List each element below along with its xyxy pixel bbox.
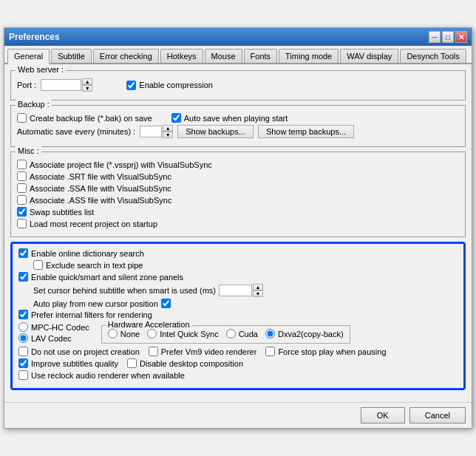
create-backup-label[interactable]: Create backup file (*.bak) on save <box>17 113 152 123</box>
auto-save-label[interactable]: Auto save when playing start <box>171 113 288 123</box>
show-backups-button[interactable]: Show backups... <box>177 125 254 138</box>
assoc-srt-label[interactable]: Associate .SRT file with VisualSubSync <box>17 171 171 181</box>
tab-hotkeys[interactable]: Hotkeys <box>160 49 203 63</box>
minutes-up-button[interactable]: ▲ <box>163 125 173 132</box>
force-stop-label[interactable]: Force stop play when pausing <box>265 347 386 356</box>
port-spin-buttons: ▲ ▼ <box>82 78 92 92</box>
highlight-section: Enable online dictionary search Exclude … <box>10 242 466 390</box>
port-spin-group: 8080 ▲ ▼ <box>41 78 92 92</box>
force-stop-checkbox[interactable] <box>265 347 275 356</box>
prefer-vm9-label[interactable]: Prefer Vm9 video renderer <box>149 347 257 356</box>
assoc-vssprj-label[interactable]: Associate project file (*.vssprj) with V… <box>17 160 212 169</box>
assoc-ass-checkbox[interactable] <box>17 195 27 205</box>
minimize-button[interactable]: ─ <box>429 31 441 43</box>
enable-compression-checkbox[interactable] <box>126 81 136 90</box>
hardware-label: Hardware Acceleration <box>106 320 191 329</box>
cursor-ms-down[interactable]: ▼ <box>253 290 263 297</box>
show-temp-backups-button[interactable]: Show temp backups... <box>258 125 354 138</box>
lav-codec-radio[interactable] <box>18 333 28 343</box>
misc-label: Misc : <box>16 146 41 155</box>
use-reclock-label[interactable]: Use reclock audio renderer when availabl… <box>18 370 185 380</box>
mpc-hc-radio[interactable] <box>18 322 28 332</box>
do-not-use-label[interactable]: Do not use on project creation <box>18 347 140 356</box>
content-area: Web server : Port : 8080 ▲ ▼ Enable comp… <box>4 64 472 399</box>
none-radio-label[interactable]: None <box>108 329 140 338</box>
ok-button[interactable]: OK <box>361 407 405 423</box>
minutes-input[interactable]: 5 <box>140 126 162 137</box>
enable-online-dict-checkbox[interactable] <box>18 248 28 258</box>
tab-fonts[interactable]: Fonts <box>244 49 278 63</box>
enable-online-dict-label[interactable]: Enable online dictionary search <box>18 248 144 258</box>
improve-subtitles-checkbox[interactable] <box>18 358 28 368</box>
window-title: Preferences <box>9 32 60 42</box>
maximize-button[interactable]: □ <box>442 31 454 43</box>
auto-play-checkbox[interactable] <box>161 299 171 308</box>
assoc-ass-label[interactable]: Associate .ASS file with VisualSubSync <box>17 195 171 205</box>
cancel-button[interactable]: Cancel <box>409 407 466 423</box>
tab-bar: General Subtitle Error checking Hotkeys … <box>4 46 472 64</box>
dxva2-label[interactable]: Dxva2(copy-back) <box>265 329 344 338</box>
auto-play-row: Auto play from new cursor position <box>33 299 458 308</box>
swap-subtitles-label[interactable]: Swap subtitles list <box>17 207 94 217</box>
port-input[interactable]: 8080 <box>41 79 81 91</box>
port-up-button[interactable]: ▲ <box>82 78 92 85</box>
minutes-spin-group: 5 ▲ ▼ <box>140 125 173 138</box>
intel-quick-sync-label[interactable]: Intel Quick Sync <box>147 329 218 338</box>
enable-compression-label[interactable]: Enable compression <box>126 81 213 90</box>
preferences-window: Preferences ─ □ ✕ General Subtitle Error… <box>4 27 472 429</box>
tab-general[interactable]: General <box>7 49 50 64</box>
exclude-search-row: Exclude search in text pipe <box>33 260 458 270</box>
mpc-hc-codec-label[interactable]: MPC-HC Codec <box>18 322 89 332</box>
prefer-internal-label[interactable]: Prefer internal filters for rendering <box>18 310 152 319</box>
exclude-search-label[interactable]: Exclude search in text pipe <box>33 260 143 270</box>
load-recent-label[interactable]: Load most recent project on startup <box>17 219 157 228</box>
intel-quick-sync-radio[interactable] <box>147 329 157 338</box>
disable-desktop-label[interactable]: Disable desktop composition <box>127 358 243 368</box>
assoc-srt-checkbox[interactable] <box>17 171 27 181</box>
cuda-radio[interactable] <box>226 329 236 338</box>
enable-quick-row: Enable quick/smart and silent zone panel… <box>18 272 458 282</box>
lav-codec-label[interactable]: LAV Codec <box>18 333 89 343</box>
exclude-search-checkbox[interactable] <box>33 260 43 270</box>
disable-desktop-checkbox[interactable] <box>127 358 137 368</box>
tab-error-checking[interactable]: Error checking <box>93 49 159 63</box>
swap-subtitles-checkbox[interactable] <box>17 207 27 217</box>
minutes-down-button[interactable]: ▼ <box>163 132 173 138</box>
backup-group: Backup : Create backup file (*.bak) on s… <box>10 105 466 147</box>
list-item: Associate .SSA file with VisualSubSync <box>17 183 459 193</box>
port-down-button[interactable]: ▼ <box>82 85 92 92</box>
title-bar-buttons: ─ □ ✕ <box>429 31 467 43</box>
use-reclock-checkbox[interactable] <box>18 370 28 380</box>
tab-mouse[interactable]: Mouse <box>205 49 242 63</box>
create-backup-checkbox[interactable] <box>17 113 27 123</box>
do-not-use-checkbox[interactable] <box>18 347 28 356</box>
none-radio[interactable] <box>108 329 118 338</box>
tab-timing-mode[interactable]: Timing mode <box>279 49 339 63</box>
enable-quick-label[interactable]: Enable quick/smart and silent zone panel… <box>18 272 183 282</box>
enable-online-dict-row: Enable online dictionary search <box>18 248 458 258</box>
assoc-ssa-checkbox[interactable] <box>17 183 27 193</box>
enable-quick-checkbox[interactable] <box>18 272 28 282</box>
cursor-ms-spin: 1,200 ▲ ▼ <box>219 284 263 297</box>
tab-desynch-tools[interactable]: Desynch Tools <box>400 49 466 63</box>
set-cursor-label: Set cursor behind subtitle when smart is… <box>33 286 216 295</box>
dxva2-radio[interactable] <box>265 329 275 338</box>
cursor-ms-input[interactable]: 1,200 <box>219 285 252 296</box>
assoc-vssprj-checkbox[interactable] <box>17 160 27 169</box>
cuda-label[interactable]: Cuda <box>226 329 258 338</box>
port-label: Port : <box>17 81 36 89</box>
hardware-radio-row: None Intel Quick Sync Cuda Dxva2(co <box>108 329 344 338</box>
tab-subtitle[interactable]: Subtitle <box>51 49 92 63</box>
load-recent-checkbox[interactable] <box>17 219 27 228</box>
prefer-vm9-checkbox[interactable] <box>149 347 158 356</box>
assoc-ssa-label[interactable]: Associate .SSA file with VisualSubSync <box>17 183 171 193</box>
cursor-ms-up[interactable]: ▲ <box>253 284 263 290</box>
improve-subtitles-label[interactable]: Improve subtitles quality <box>18 358 118 368</box>
misc-group: Misc : Associate project file (*.vssprj)… <box>10 152 466 237</box>
close-button[interactable]: ✕ <box>455 31 467 43</box>
cursor-ms-spin-buttons: ▲ ▼ <box>253 284 263 297</box>
auto-save-checkbox[interactable] <box>171 113 181 123</box>
tab-wav-display[interactable]: WAV display <box>340 49 398 63</box>
prefer-internal-checkbox[interactable] <box>18 310 28 319</box>
auto-play-label: Auto play from new cursor position <box>33 299 158 308</box>
